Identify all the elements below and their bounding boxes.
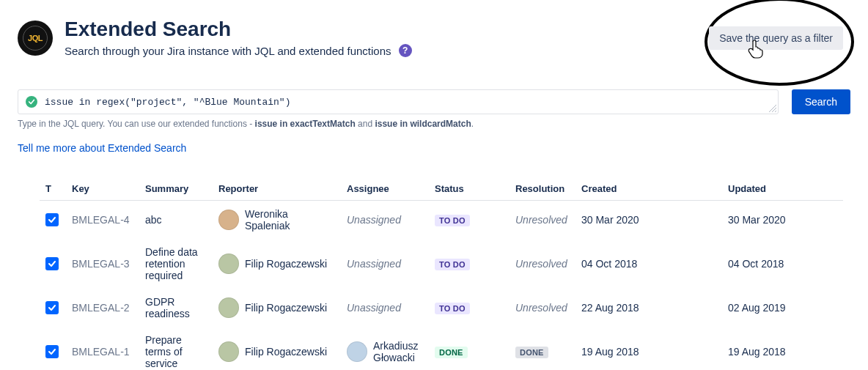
status-badge: TO DO [435, 259, 470, 270]
assignee-name[interactable]: Arkadiusz Głowacki [373, 340, 423, 363]
table-row: BMLEGAL-2GDPR readinessFilip Rogaczewski… [40, 289, 843, 327]
col-header-resolution[interactable]: Resolution [510, 177, 575, 201]
reporter-name[interactable]: Filip Rogaczewski [245, 302, 327, 314]
created-date: 22 Aug 2018 [575, 289, 722, 327]
avatar [218, 254, 239, 274]
table-row: BMLEGAL-3Define data retention requiredF… [40, 239, 843, 289]
learn-more-link[interactable]: Tell me more about Extended Search [18, 142, 186, 154]
updated-date: 30 Mar 2020 [722, 201, 843, 240]
created-date: 19 Aug 2018 [575, 327, 722, 370]
col-header-status[interactable]: Status [429, 177, 510, 201]
query-valid-icon [26, 96, 37, 108]
issue-key[interactable]: BMLEGAL-3 [66, 239, 139, 289]
reporter-name[interactable]: Filip Rogaczewski [245, 258, 327, 270]
issue-key[interactable]: BMLEGAL-2 [66, 289, 139, 327]
avatar [218, 297, 239, 318]
issue-summary[interactable]: abc [139, 201, 213, 240]
jql-query-input[interactable] [45, 97, 770, 108]
issue-summary[interactable]: GDPR readiness [139, 289, 213, 327]
issue-type-icon [45, 345, 59, 358]
jql-query-box[interactable] [18, 89, 779, 114]
reporter-name[interactable]: Weronika Spaleniak [245, 208, 335, 232]
issue-key[interactable]: BMLEGAL-4 [66, 201, 139, 240]
issue-key[interactable]: BMLEGAL-1 [66, 327, 139, 370]
assignee-unassigned: Unassigned [347, 302, 401, 314]
created-date: 30 Mar 2020 [575, 201, 722, 240]
col-header-reporter[interactable]: Reporter [213, 177, 341, 201]
updated-date: 04 Oct 2018 [722, 239, 843, 289]
app-logo-text: JQL [23, 26, 48, 51]
col-header-updated[interactable]: Updated [722, 177, 843, 201]
updated-date: 19 Aug 2018 [722, 327, 843, 370]
avatar [347, 341, 367, 362]
resolution-badge: DONE [515, 347, 548, 358]
issue-type-icon [45, 213, 59, 226]
col-header-summary[interactable]: Summary [139, 177, 213, 201]
avatar [218, 341, 239, 362]
svg-line-3 [775, 111, 776, 112]
query-hint: Type in the JQL query. You can use our e… [18, 119, 850, 129]
status-badge: TO DO [435, 303, 470, 314]
status-badge: DONE [435, 347, 468, 358]
status-badge: TO DO [435, 215, 470, 226]
issue-type-icon [45, 257, 59, 270]
issue-type-icon [45, 301, 59, 314]
resolution-text: Unresolved [515, 214, 567, 226]
resize-grip-icon[interactable] [769, 105, 776, 112]
assignee-unassigned: Unassigned [347, 258, 401, 270]
col-header-type[interactable]: T [40, 177, 66, 201]
page-subtitle: Search through your Jira instance with J… [65, 45, 391, 57]
col-header-assignee[interactable]: Assignee [341, 177, 429, 201]
app-logo: JQL [18, 21, 53, 56]
col-header-created[interactable]: Created [575, 177, 722, 201]
assignee-unassigned: Unassigned [347, 214, 401, 226]
resolution-text: Unresolved [515, 302, 567, 314]
created-date: 04 Oct 2018 [575, 239, 722, 289]
table-row: BMLEGAL-4abcWeronika SpaleniakUnassigned… [40, 201, 843, 240]
resolution-text: Unresolved [515, 258, 567, 270]
help-icon[interactable]: ? [399, 44, 412, 57]
save-query-as-filter-button[interactable]: Save the query as a filter [709, 26, 843, 50]
updated-date: 02 Aug 2019 [722, 289, 843, 327]
search-button[interactable]: Search [792, 89, 850, 114]
reporter-name[interactable]: Filip Rogaczewski [245, 346, 327, 358]
issue-summary[interactable]: Define data retention required [139, 239, 213, 289]
avatar [218, 210, 239, 230]
table-row: BMLEGAL-1Prepare terms of serviceFilip R… [40, 327, 843, 370]
col-header-key[interactable]: Key [66, 177, 139, 201]
issue-summary[interactable]: Prepare terms of service [139, 327, 213, 370]
results-table: T Key Summary Reporter Assignee Status R… [40, 177, 843, 370]
